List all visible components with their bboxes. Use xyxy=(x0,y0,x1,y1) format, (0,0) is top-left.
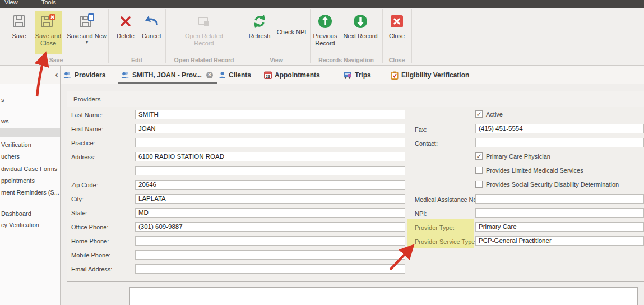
sidebar-item[interactable]: uchers xyxy=(1,152,20,161)
open-related-record-button: Open Related Record xyxy=(178,11,230,57)
delete-icon xyxy=(119,11,132,31)
office-phone-input[interactable]: (301) 609-9887 xyxy=(135,222,405,232)
tab-appointments[interactable]: 23 Appointments xyxy=(264,68,320,82)
providers-people-icon xyxy=(63,71,72,79)
ribbon-group-records-navigation: Records Navigation xyxy=(310,56,382,64)
menu-view[interactable]: View xyxy=(4,0,18,7)
fax-input[interactable]: (415) 451-5554 xyxy=(475,124,644,133)
city-label: City: xyxy=(71,195,84,203)
previous-record-label: Previous Record xyxy=(309,33,341,47)
npi-label: NPI: xyxy=(415,210,427,218)
open-related-record-icon xyxy=(197,11,211,31)
sidebar-item[interactable]: dividual Case Forms xyxy=(1,165,57,173)
sidebar-item[interactable]: ws xyxy=(1,117,8,126)
mobile-phone-input[interactable] xyxy=(135,250,405,260)
ssd-determination-label: Provides Social Security Disability Dete… xyxy=(486,181,619,188)
menu-tools[interactable]: Tools xyxy=(41,0,56,7)
trips-bus-icon xyxy=(343,71,352,79)
medical-assistance-no-input[interactable] xyxy=(475,194,644,204)
provider-person-icon xyxy=(121,71,129,79)
save-button[interactable]: Save xyxy=(6,11,33,57)
delete-label: Delete xyxy=(117,33,135,40)
next-record-button[interactable]: Next Record xyxy=(341,11,380,57)
tab-close-icon[interactable]: ✕ xyxy=(206,72,213,78)
email-address-label: Email Address: xyxy=(71,265,112,273)
sidebar-item[interactable]: cy Verification xyxy=(1,221,39,229)
refresh-label: Refresh xyxy=(249,33,271,40)
tab-smith-joan-active[interactable]: SMITH, JOAN - Prov... ✕ xyxy=(121,68,213,82)
tab-providers[interactable]: Providers xyxy=(63,68,105,82)
tab-eligibility-verification[interactable]: Eligibility Verification xyxy=(391,68,469,82)
limited-medicaid-checkbox[interactable] xyxy=(475,167,483,174)
tab-clients-label: Clients xyxy=(229,71,251,79)
close-icon xyxy=(390,11,404,31)
next-record-label: Next Record xyxy=(343,33,377,40)
contact-label: Contact: xyxy=(415,140,438,147)
address-line2-input[interactable] xyxy=(135,166,405,175)
provider-service-type-input[interactable]: PCP-General Practitioner xyxy=(475,236,644,246)
address-input[interactable]: 6100 RADIO STATION ROAD xyxy=(135,152,405,161)
sidebar-item[interactable]: Verification xyxy=(1,141,31,149)
tab-appointments-label: Appointments xyxy=(275,71,320,79)
sidebar-item[interactable]: Dashboard xyxy=(1,210,31,218)
sidebar-item[interactable]: ment Reminders (S... xyxy=(1,188,59,197)
ribbon-group-save: Save xyxy=(4,56,108,64)
cancel-undo-icon xyxy=(144,11,159,31)
ribbon-group-view: View xyxy=(243,56,310,64)
provider-type-label: Provider Type: xyxy=(415,224,455,232)
notes-textarea[interactable] xyxy=(129,287,638,305)
sidebar-item[interactable]: ppointments xyxy=(1,177,35,185)
calendar-icon: 23 xyxy=(264,71,272,79)
contact-input[interactable] xyxy=(475,138,644,147)
save-and-new-button[interactable]: Save and New ▾ xyxy=(63,11,111,57)
last-name-input[interactable]: SMITH xyxy=(135,110,405,119)
ribbon-separator xyxy=(243,9,243,63)
active-checkbox-label: Active xyxy=(486,110,503,118)
svg-text:23: 23 xyxy=(266,75,270,78)
save-and-new-dropdown-caret[interactable]: ▾ xyxy=(86,40,88,45)
ribbon: Save Save and Close Save and New ▾ Delet… xyxy=(0,8,644,66)
primary-care-physician-label: Primary Care Physician xyxy=(486,152,550,160)
ribbon-group-edit: Edit xyxy=(108,56,165,64)
last-name-label: Last Name: xyxy=(71,111,103,119)
save-and-close-icon xyxy=(40,11,56,31)
next-record-icon xyxy=(353,11,368,31)
ribbon-group-close: Close xyxy=(382,56,411,64)
save-icon xyxy=(12,11,26,31)
open-related-record-label: Open Related Record xyxy=(178,33,230,47)
sidebar-divider xyxy=(4,68,4,105)
clients-person-icon xyxy=(219,71,226,79)
close-record-label: Close xyxy=(389,33,405,40)
zip-code-label: Zip Code: xyxy=(71,181,98,189)
tab-trips[interactable]: Trips xyxy=(343,68,371,82)
navigation-sidebar: s ws Verification uchers dividual Case F… xyxy=(0,84,60,305)
ribbon-separator xyxy=(4,9,4,63)
provider-service-type-label: Provider Service Type: xyxy=(415,238,476,246)
home-phone-input[interactable] xyxy=(135,236,405,246)
close-record-button[interactable]: Close xyxy=(383,11,410,57)
check-npi-button[interactable]: Check NPI xyxy=(274,26,309,38)
first-name-label: First Name: xyxy=(71,125,103,133)
delete-button[interactable]: Delete xyxy=(112,11,139,57)
provider-type-input[interactable]: Primary Care xyxy=(475,222,644,232)
cancel-label: Cancel xyxy=(142,33,161,40)
first-name-input[interactable]: JOAN xyxy=(135,124,405,133)
ssd-determination-checkbox[interactable] xyxy=(475,181,483,188)
home-phone-label: Home Phone: xyxy=(71,237,109,245)
zip-code-input[interactable]: 20646 xyxy=(135,180,405,190)
cancel-button[interactable]: Cancel xyxy=(138,11,165,57)
state-input[interactable]: MD xyxy=(135,208,405,218)
practice-input[interactable] xyxy=(135,138,405,147)
sidebar-selected-item[interactable] xyxy=(0,128,60,137)
npi-input[interactable] xyxy=(475,208,644,218)
email-address-input[interactable] xyxy=(135,264,405,274)
primary-care-physician-checkbox[interactable]: ✓ xyxy=(475,152,483,160)
previous-record-button[interactable]: Previous Record xyxy=(309,11,341,57)
tab-bar: ‹ Providers SMITH, JOAN - Prov... ✕ Clie… xyxy=(0,66,644,84)
city-input[interactable]: LAPLATA xyxy=(135,194,405,204)
active-checkbox[interactable]: ✓ xyxy=(475,110,483,118)
practice-label: Practice: xyxy=(71,139,95,147)
tab-clients[interactable]: Clients xyxy=(219,68,251,82)
refresh-button[interactable]: Refresh xyxy=(245,11,274,57)
save-and-close-button[interactable]: Save and Close xyxy=(35,11,62,57)
